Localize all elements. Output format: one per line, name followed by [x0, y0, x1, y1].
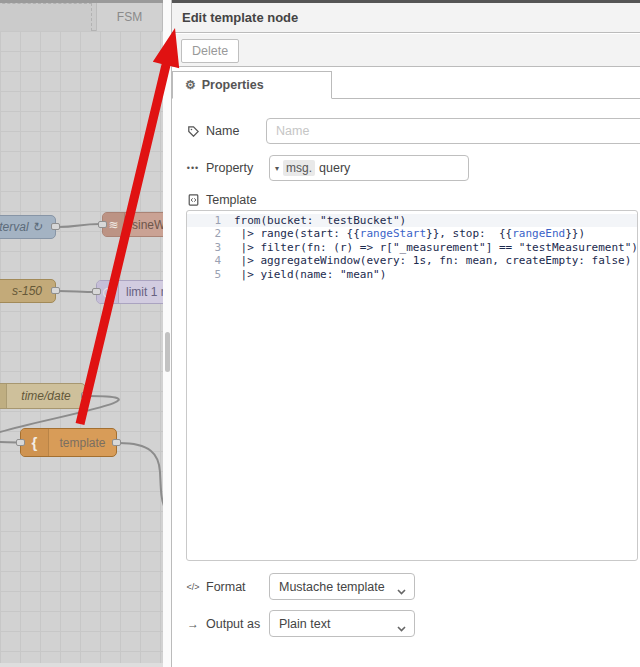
flow-node-s-150[interactable]: s-150 [0, 279, 56, 303]
interval-output-port[interactable] [51, 223, 60, 230]
workspace-grid [0, 31, 163, 663]
sinewave-input-port[interactable] [98, 221, 107, 228]
output-value: Plain text [279, 617, 330, 631]
flow-node-sinewave[interactable]: ≋sineWave [102, 212, 163, 237]
tab-properties-label: Properties [202, 78, 264, 92]
line-number: 2 [187, 227, 234, 240]
format-row: </> Format [186, 573, 246, 600]
code-icon: </> [186, 582, 200, 592]
workspace-scrollbar-thumb[interactable] [165, 332, 170, 372]
line-number: 1 [187, 214, 234, 227]
edit-tray: Edit template node Delete ⚙ Properties N… [171, 0, 640, 667]
format-select[interactable]: Mustache template [269, 573, 415, 600]
code-text: |> yield(name: "mean") [234, 268, 386, 281]
time-date-node-label: time/date [7, 384, 85, 408]
format-value: Mustache template [279, 580, 385, 594]
code-line-2[interactable]: 2 |> range(start: {{rangeStart}}, stop: … [187, 227, 637, 240]
interval-node-label: interval ↻ [0, 216, 55, 238]
template-node-label: template [49, 429, 116, 456]
output-as-select[interactable]: Plain text [269, 610, 415, 637]
property-row: ••• Property [186, 155, 253, 181]
template-input-port[interactable] [16, 439, 25, 446]
tag-icon [186, 126, 200, 137]
name-placeholder: Name [276, 124, 309, 138]
line-number: 5 [187, 268, 234, 281]
template-node-icon: { [21, 429, 49, 456]
limit-node-label: limit 1 ms [119, 281, 163, 303]
template-output-port[interactable] [112, 439, 121, 446]
s-150-output-port[interactable] [51, 287, 60, 294]
name-label: Name [206, 124, 239, 138]
flow-node-limit[interactable]: ◷limit 1 ms [96, 280, 163, 304]
code-text: |> filter(fn: (r) => r["_measurement"] =… [234, 241, 638, 254]
line-number: 4 [187, 254, 234, 267]
flow-tab-bar: FSM [0, 3, 163, 31]
flow-node-interval[interactable]: interval ↻ [0, 215, 56, 239]
flow-tab-fsm[interactable]: FSM [96, 3, 163, 31]
chevron-down-icon [397, 621, 406, 635]
property-value[interactable]: query [319, 161, 350, 175]
flow-node-time-date[interactable]: ftime/date [0, 383, 86, 409]
sinewave-node-label: sineWave [125, 213, 163, 236]
workspace-scrollbar[interactable] [163, 0, 171, 667]
arrow-right-icon: → [186, 617, 200, 631]
code-line-5[interactable]: 5 |> yield(name: "mean") [187, 268, 637, 281]
property-typed-input[interactable]: ▾ msg. query [269, 155, 469, 181]
tray-title: Edit template node [182, 10, 298, 25]
property-label: Property [206, 161, 253, 175]
template-row: Template [186, 193, 257, 207]
template-code-editor[interactable]: 1from(bucket: "testBucket")2 |> range(st… [186, 210, 638, 561]
flow-workspace: interval ↻≋sineWaves-150◷limit 1 msftime… [0, 0, 163, 667]
time-date-output-port[interactable] [81, 392, 90, 399]
name-row: Name [186, 118, 239, 144]
ellipsis-icon: ••• [186, 163, 200, 173]
gear-icon: ⚙ [185, 78, 196, 92]
time-date-node-icon: f [0, 384, 7, 408]
workspace-bottom-edge [0, 663, 163, 667]
template-label: Template [206, 193, 257, 207]
tab-properties[interactable]: ⚙ Properties [172, 71, 332, 99]
code-line-3[interactable]: 3 |> filter(fn: (r) => r["_measurement"]… [187, 241, 637, 254]
tray-tab-row: ⚙ Properties [172, 67, 640, 99]
line-number: 3 [187, 241, 234, 254]
code-text: |> range(start: {{rangeStart}}, stop: {{… [234, 227, 585, 240]
code-line-1[interactable]: 1from(bucket: "testBucket") [187, 214, 637, 227]
delete-button[interactable]: Delete [181, 39, 239, 63]
s-150-node-label: s-150 [0, 280, 55, 302]
flow-tab-partial[interactable] [0, 3, 92, 31]
code-text: from(bucket: "testBucket") [234, 214, 406, 227]
tray-toolbar: Delete [172, 34, 640, 67]
code-line-4[interactable]: 4 |> aggregateWindow(every: 1s, fn: mean… [187, 254, 637, 267]
property-type-button[interactable]: msg. [283, 160, 315, 176]
tray-header: Edit template node [172, 3, 640, 33]
output-label: Output as [206, 617, 260, 631]
format-label: Format [206, 580, 246, 594]
name-input[interactable]: Name [266, 118, 640, 144]
flow-node-template[interactable]: {template [20, 428, 117, 457]
flow-tab-fsm-label: FSM [117, 10, 142, 24]
chevron-down-icon [397, 584, 406, 598]
node-edit-form: Name Name ••• Property ▾ msg. query Temp… [172, 99, 640, 667]
output-row: → Output as [186, 610, 260, 637]
caret-down-icon[interactable]: ▾ [275, 164, 279, 173]
code-text: |> aggregateWindow(every: 1s, fn: mean, … [234, 254, 631, 267]
file-code-icon [186, 194, 200, 206]
limit-input-port[interactable] [92, 288, 101, 295]
